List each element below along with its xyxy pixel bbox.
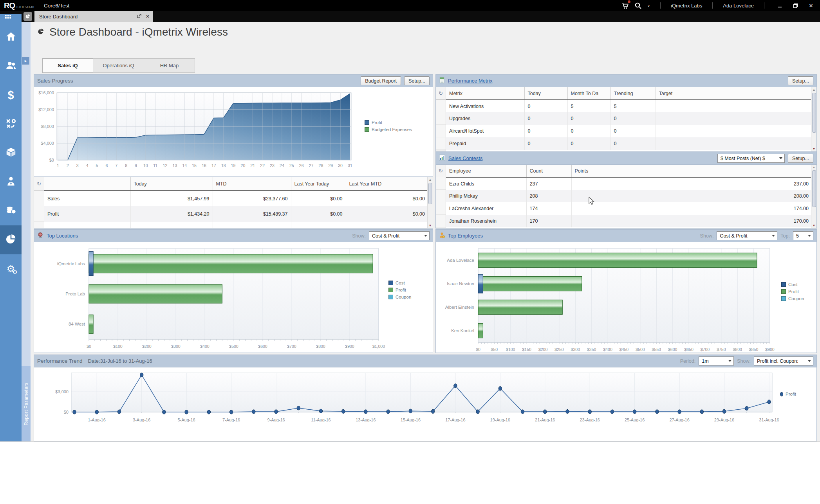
- data-point[interactable]: [722, 409, 726, 413]
- contest-select[interactable]: $ Most Posts (Net) $: [717, 154, 785, 163]
- scrollbar[interactable]: ▲ ▼: [427, 177, 433, 228]
- data-point[interactable]: [117, 410, 121, 414]
- column-header[interactable]: Today: [130, 177, 213, 191]
- data-point[interactable]: [454, 384, 457, 388]
- scroll-thumb[interactable]: [428, 183, 432, 204]
- data-point[interactable]: [163, 410, 166, 414]
- refresh-icon[interactable]: ↻: [37, 181, 41, 187]
- data-point[interactable]: [768, 400, 771, 404]
- row-selector[interactable]: [436, 137, 446, 150]
- scroll-up-icon[interactable]: ▲: [813, 87, 816, 92]
- data-point[interactable]: [319, 409, 322, 413]
- data-point[interactable]: [207, 410, 210, 414]
- tab-store-dashboard[interactable]: Store Dashboard ✕: [34, 11, 153, 22]
- scroll-thumb[interactable]: [812, 93, 816, 133]
- trend-show-select[interactable]: Profit incl. Coupon:: [754, 356, 813, 365]
- column-header[interactable]: Count: [526, 165, 571, 177]
- scroll-down-icon[interactable]: ▼: [813, 146, 816, 151]
- performance-metrix-setup-button[interactable]: Setup...: [788, 76, 813, 85]
- data-point[interactable]: [700, 410, 703, 414]
- period-select[interactable]: 1m: [699, 356, 734, 365]
- company-menu[interactable]: iQmetrix Labs: [671, 3, 702, 9]
- restore-button[interactable]: [790, 1, 800, 10]
- data-point[interactable]: [185, 410, 188, 414]
- top-locations-show-select[interactable]: Cost & Profit: [369, 231, 430, 240]
- data-point[interactable]: [656, 410, 659, 414]
- sales-contests-setup-button[interactable]: Setup...: [788, 154, 813, 163]
- row-selector[interactable]: [436, 100, 446, 112]
- minimize-button[interactable]: [775, 1, 785, 10]
- table-row[interactable]: Sales$1,457.99$23,377.60$0.00$0.00: [44, 191, 428, 206]
- sidebar-item-reports[interactable]: [0, 225, 22, 254]
- sidebar-item-dollar[interactable]: $: [0, 81, 22, 110]
- data-point[interactable]: [252, 410, 255, 414]
- column-header[interactable]: MTD: [213, 177, 291, 191]
- row-selector[interactable]: [436, 177, 446, 190]
- data-point[interactable]: [745, 406, 748, 410]
- collapse-arrow-icon[interactable]: ▸: [22, 57, 29, 65]
- row-selector[interactable]: [34, 222, 44, 229]
- bar[interactable]: [478, 274, 483, 293]
- scroll-up-icon[interactable]: ▲: [429, 177, 432, 182]
- sidebar-item-inventory[interactable]: [0, 139, 22, 167]
- sidebar-item-strategy[interactable]: [0, 110, 22, 139]
- table-row[interactable]: Phillip Mckay208208.00: [446, 190, 812, 202]
- sidebar-item-employee[interactable]: [0, 167, 22, 196]
- sidebar-item-people[interactable]: [0, 52, 22, 81]
- table-row[interactable]: Profit$1,434.20$15,489.37$0.00$0.00: [44, 206, 428, 222]
- column-header[interactable]: Employee: [446, 165, 526, 177]
- data-point[interactable]: [387, 410, 390, 414]
- table-row[interactable]: [44, 222, 428, 229]
- search-icon[interactable]: [634, 2, 642, 9]
- report-parameters-tab[interactable]: Report Parameters: [22, 366, 31, 441]
- top-count-select[interactable]: 5: [793, 231, 813, 240]
- data-point[interactable]: [566, 409, 569, 413]
- bar[interactable]: [89, 254, 373, 273]
- sales-progress-setup-button[interactable]: Setup...: [404, 76, 430, 85]
- data-point[interactable]: [73, 410, 76, 414]
- sidebar-item-home[interactable]: [0, 23, 22, 52]
- bar[interactable]: [478, 276, 582, 291]
- refresh-icon[interactable]: ↻: [439, 168, 443, 174]
- column-header[interactable]: Target: [656, 87, 812, 100]
- data-point[interactable]: [140, 373, 143, 377]
- column-header[interactable]: Last Year MTD: [346, 177, 428, 191]
- bar[interactable]: [478, 300, 562, 314]
- table-row[interactable]: Aircard/HotSpot000: [446, 125, 812, 137]
- row-selector[interactable]: [34, 191, 44, 206]
- data-point[interactable]: [588, 410, 591, 414]
- top-employees-link[interactable]: Top Employees: [448, 233, 483, 239]
- top-locations-link[interactable]: Top Locations: [47, 233, 78, 239]
- bar[interactable]: [89, 315, 93, 333]
- table-row[interactable]: Jonathan Rosenshein170170.00: [446, 215, 812, 227]
- column-header[interactable]: [44, 177, 130, 191]
- row-selector[interactable]: [436, 190, 446, 202]
- data-point[interactable]: [409, 409, 412, 413]
- close-button[interactable]: ✕: [806, 1, 816, 10]
- user-menu[interactable]: Ada Lovelace: [723, 3, 754, 9]
- top-employees-show-select[interactable]: Cost & Profit: [717, 231, 777, 240]
- data-point[interactable]: [633, 410, 636, 414]
- data-point[interactable]: [544, 410, 547, 414]
- cart-icon[interactable]: [621, 2, 629, 9]
- data-point[interactable]: [431, 409, 434, 413]
- column-header[interactable]: Today: [524, 87, 567, 100]
- refresh-icon[interactable]: ↻: [439, 90, 443, 96]
- sidebar-item-coins[interactable]: [0, 196, 22, 225]
- tab-hr-map[interactable]: HR Map: [144, 58, 195, 73]
- sidebar-item-settings[interactable]: ⚙⚙: [0, 254, 22, 283]
- row-selector[interactable]: [34, 206, 44, 222]
- scroll-up-icon[interactable]: ▲: [813, 165, 816, 170]
- bar[interactable]: [89, 252, 93, 276]
- column-header[interactable]: Points: [571, 165, 812, 177]
- scrollbar[interactable]: ▲ ▼: [811, 87, 816, 151]
- table-row[interactable]: New Activations055: [446, 100, 812, 112]
- row-selector[interactable]: [436, 112, 446, 125]
- data-point[interactable]: [297, 406, 300, 410]
- row-selector[interactable]: [436, 202, 446, 215]
- data-point[interactable]: [476, 410, 479, 414]
- bar[interactable]: [478, 253, 757, 267]
- table-row[interactable]: Upgrades000: [446, 112, 812, 125]
- table-row[interactable]: Prepaid000: [446, 137, 812, 150]
- row-selector[interactable]: [436, 125, 446, 137]
